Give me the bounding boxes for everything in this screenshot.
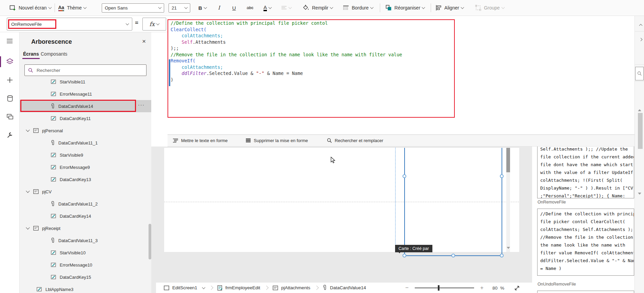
tree-item-LblAppName3[interactable]: LblAppName3 [20,283,151,293]
reorder-button[interactable]: Réorganiser [386,5,425,11]
tree-item-StarVisible11[interactable]: StarVisible11 [20,76,151,88]
breadcrumb-pjAttachments[interactable]: pjAttachments [273,285,310,290]
border-button[interactable]: Bordure [343,5,373,11]
insert-nav-button[interactable] [0,75,20,85]
chevron-down-icon [269,6,272,9]
remove-formatting-button[interactable]: Supprimer la mise en forme [246,138,308,143]
more-options-button[interactable]: ··· [138,102,145,108]
chevron-down-icon[interactable] [26,226,30,229]
tree-item-label: DataCardValue11_3 [58,238,98,243]
pencil-box-icon [51,116,56,121]
formula-action-bar: Mettre le texte en forme Supprimer la mi… [168,135,635,146]
zoom-out-button[interactable]: − [405,285,409,291]
tree-item-pjPersonal[interactable]: pjPersonal [20,124,151,137]
media-nav-button[interactable] [0,111,20,122]
font-family-select[interactable]: Open Sans [102,3,164,13]
tree-item-DataCardValue11_2[interactable]: DataCardValue11_2 [20,198,151,210]
advanced-tools-nav-button[interactable] [0,130,20,140]
chevron-down-icon[interactable] [26,128,30,132]
strikethrough-button[interactable]: abc [247,5,253,10]
property-label-onundoremovefile: OnUndoRemoveFile [538,282,576,287]
tree-item-DataCardKey11[interactable]: DataCardKey11 [20,112,151,124]
formula-editor[interactable]: //Define the collection with principal f… [168,16,635,135]
collapse-formula-bar-button[interactable] [635,20,644,30]
tree-item-pjReceipt[interactable]: pjReceipt [20,222,151,234]
new-screen-button[interactable]: Nouvel écran [9,5,51,11]
font-size-select[interactable]: 21 [169,3,190,13]
selection-right-edge [502,148,502,256]
panel-scroll-up[interactable] [635,108,644,112]
zoom-in-button[interactable]: + [480,285,484,291]
property-select[interactable]: OnRemoveFile [7,18,132,31]
resize-handle[interactable] [500,254,504,257]
canvas-scrollbar-thumb[interactable] [506,148,510,172]
border-label: Bordure [352,5,369,11]
font-color-button[interactable]: A [264,5,271,11]
underline-button[interactable]: U [232,5,236,11]
tree-item-StarVisible9[interactable]: StarVisible9 [20,149,151,161]
format-text-button[interactable]: Mettre le texte en forme [173,138,228,143]
property-code-box-onundoremovefile[interactable] [537,291,634,293]
tree-item-ErrorMessage9[interactable]: ErrorMessage9 [20,161,151,173]
fill-button[interactable]: Remplir [303,5,333,11]
panel-title: Arborescence [31,38,72,45]
chevron-down-icon [126,22,129,25]
tree-item-DataCardKey14[interactable]: DataCardKey14 [20,210,151,222]
resize-handle[interactable] [403,174,406,178]
text-align-button [281,6,291,10]
property-code-box-onremovefile[interactable]: //Define the collection with principal f… [537,209,634,276]
zoom-controls: − + 80 % [405,282,520,293]
app-screen-canvas[interactable] [164,148,519,252]
tab-components[interactable]: Composants [41,51,67,57]
new-screen-icon [9,5,16,11]
chevron-down-icon [202,286,205,289]
tree-item-DataCardKey13[interactable]: DataCardKey13 [20,173,151,185]
resize-handle[interactable] [451,254,455,257]
tree-item-label: DataCardValue11_2 [58,201,98,207]
formula-code[interactable]: //Define the collection with principal f… [171,20,402,83]
find-replace-button[interactable]: Rechercher et remplacer [327,138,383,143]
tab-screens[interactable]: Écrans [23,51,39,57]
chevron-down-icon [156,22,160,25]
fx-icon: fx [150,21,155,27]
hamburger-menu-button[interactable] [0,36,20,46]
pencil-box-icon [51,177,56,182]
close-icon[interactable]: × [142,38,146,45]
property-code-overflow-box[interactable]: Self.Attachments );; //Update the file c… [537,146,634,198]
tree-view-nav-button[interactable] [0,56,20,67]
remove-formatting-icon [246,138,251,143]
tree-item-ErrorMessage11[interactable]: ErrorMessage11 [20,88,151,100]
breadcrumb-EditScreen1[interactable]: EditScreen1 [164,285,205,290]
resize-handle[interactable] [403,254,406,257]
tree-item-ErrorMessage10[interactable]: ErrorMessage10 [20,259,151,271]
tree-search-input[interactable]: Rechercher [24,64,147,76]
canvas-scrollbar[interactable] [506,148,510,252]
italic-button[interactable]: I [218,5,220,11]
resize-handle[interactable] [500,174,504,178]
tree-item-StarVisible10[interactable]: StarVisible10 [20,247,151,259]
zoom-search-button[interactable] [635,67,644,80]
panel-scrollbar-thumb[interactable] [638,113,643,149]
chevron-down-icon[interactable] [26,189,30,193]
pencil-box-icon [51,79,56,84]
tree-scrollbar-thumb[interactable] [149,224,151,259]
fullscreen-button[interactable] [514,286,520,291]
tree-item-DataCardValue11_1[interactable]: DataCardValue11_1 [20,137,151,149]
data-nav-button[interactable] [0,93,20,104]
card-icon [33,226,39,231]
expand-panel-button[interactable] [635,35,644,45]
panel-scroll-down[interactable] [635,192,644,196]
tree-item-DataCardKey15[interactable]: DataCardKey15 [20,271,151,283]
fx-menu-button[interactable]: fx [142,18,166,31]
align-button[interactable]: Aligner [436,5,464,11]
zoom-slider[interactable] [415,288,474,288]
breadcrumb-label: EditScreen1 [172,285,197,290]
breadcrumb-frmEmployeeEdit[interactable]: frmEmployeeEdit [217,285,260,291]
selected-lines-indicator [169,59,170,86]
breadcrumb-DataCardValue14[interactable]: DataCardValue14 [323,285,366,291]
theme-button[interactable]: Aa Thème [58,5,86,11]
zoom-slider-thumb[interactable] [438,285,440,291]
tree-item-pjCV[interactable]: pjCV [20,185,151,198]
tree-item-DataCardValue11_3[interactable]: DataCardValue11_3 [20,234,151,247]
bold-button[interactable]: B [198,5,207,11]
